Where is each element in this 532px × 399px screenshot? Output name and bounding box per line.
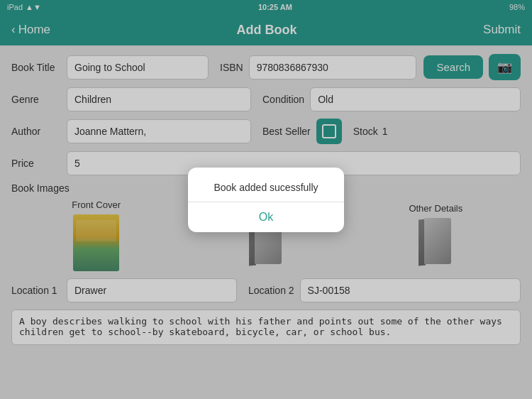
modal-message: Book added sucessfully — [188, 168, 344, 202]
modal-ok-button[interactable]: Ok — [188, 202, 344, 232]
modal-dialog: Book added sucessfully Ok — [188, 168, 344, 232]
modal-overlay: Book added sucessfully Ok — [0, 0, 532, 399]
